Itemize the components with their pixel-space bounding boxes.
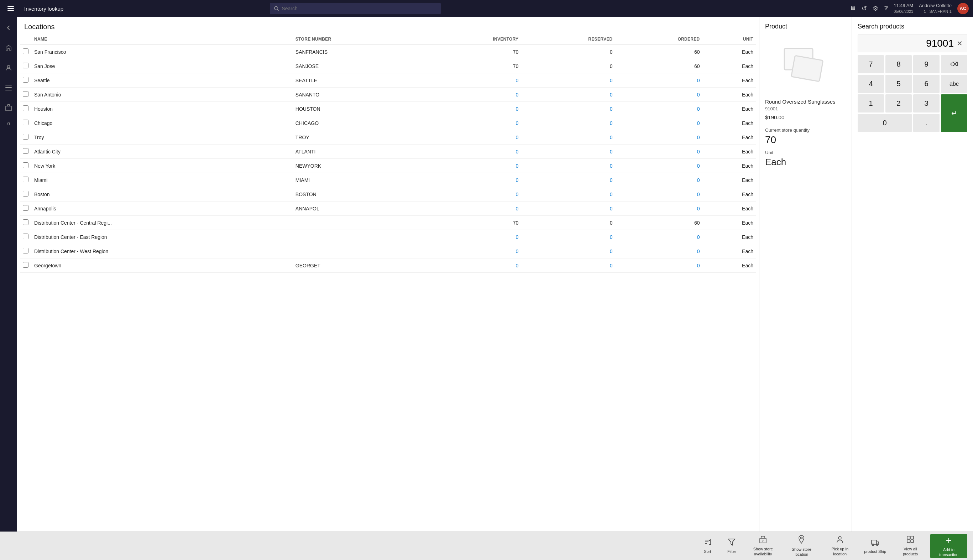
row-checkbox[interactable] xyxy=(23,233,28,239)
row-inventory: 0 xyxy=(423,145,521,159)
search-input[interactable] xyxy=(282,6,437,12)
row-checkbox-cell[interactable] xyxy=(20,130,31,145)
calc-3[interactable]: 3 xyxy=(913,94,940,112)
row-checkbox[interactable] xyxy=(23,248,28,253)
row-checkbox-cell[interactable] xyxy=(20,244,31,258)
ship-label: product Ship xyxy=(864,549,886,554)
filter-icon xyxy=(728,538,736,548)
row-checkbox[interactable] xyxy=(23,191,28,197)
row-name: Houston xyxy=(31,102,293,116)
sidebar-customers-icon[interactable] xyxy=(2,61,15,74)
product-image xyxy=(765,36,846,93)
calc-9[interactable]: 9 xyxy=(913,55,940,73)
svg-point-20 xyxy=(801,537,803,539)
row-checkbox-cell[interactable] xyxy=(20,159,31,173)
topbar-right: 🖥 ↺ ⚙ ? 11:49 AM 05/06/2021 Andrew Colle… xyxy=(850,2,969,15)
row-checkbox-cell[interactable] xyxy=(20,116,31,130)
calc-dot[interactable]: . xyxy=(913,114,940,132)
row-store-number xyxy=(293,244,423,258)
filter-label: Filter xyxy=(727,549,736,554)
help-icon[interactable]: ? xyxy=(884,5,888,12)
calc-4[interactable]: 4 xyxy=(858,75,884,93)
row-unit: Each xyxy=(703,73,756,88)
calc-clear-icon[interactable]: ✕ xyxy=(956,39,963,48)
calc-abc[interactable]: abc xyxy=(941,75,967,93)
sidebar-badge[interactable]: 0 xyxy=(7,121,10,127)
row-reserved: 0 xyxy=(521,102,615,116)
row-checkbox-cell[interactable] xyxy=(20,59,31,73)
show-store-availability-button[interactable]: Show store availability xyxy=(745,534,781,558)
row-checkbox[interactable] xyxy=(23,105,28,111)
calc-6[interactable]: 6 xyxy=(913,75,940,93)
add-to-transaction-button[interactable]: + Add to transaction xyxy=(930,534,967,558)
row-checkbox-cell[interactable] xyxy=(20,187,31,202)
calc-5[interactable]: 5 xyxy=(885,75,912,93)
sidebar: 0 xyxy=(0,17,17,532)
search-icon xyxy=(274,6,279,11)
sidebar-back-icon[interactable] xyxy=(2,22,15,34)
calc-1[interactable]: 1 xyxy=(858,94,884,112)
row-checkbox-cell[interactable] xyxy=(20,216,31,230)
calc-enter[interactable]: ↵ xyxy=(941,94,967,132)
calc-0[interactable]: 0 xyxy=(858,114,912,132)
row-store-number: CHICAGO xyxy=(293,116,423,130)
calc-8[interactable]: 8 xyxy=(885,55,912,73)
calc-7[interactable]: 7 xyxy=(858,55,884,73)
row-checkbox-cell[interactable] xyxy=(20,88,31,102)
row-unit: Each xyxy=(703,116,756,130)
row-checkbox[interactable] xyxy=(23,120,28,125)
locations-panel: Locations NAME STORE NUMBER INVENTORY RE… xyxy=(17,17,760,532)
row-checkbox[interactable] xyxy=(23,205,28,211)
refresh-icon[interactable]: ↺ xyxy=(861,5,867,12)
row-checkbox-cell[interactable] xyxy=(20,173,31,187)
row-reserved: 0 xyxy=(521,145,615,159)
row-checkbox[interactable] xyxy=(23,177,28,182)
sidebar-home-icon[interactable] xyxy=(2,41,15,54)
main-layout: 0 Locations NAME STORE NUMBER INVENTORY … xyxy=(0,17,973,532)
view-all-button[interactable]: View all products xyxy=(892,534,929,558)
svg-line-4 xyxy=(278,10,279,11)
row-checkbox-cell[interactable] xyxy=(20,202,31,216)
calc-del[interactable]: ⌫ xyxy=(941,55,967,73)
calculator-panel: Search products 91001 ✕ 7 8 9 ⌫ 4 5 6 ab… xyxy=(852,17,973,532)
product-unit-label: Unit xyxy=(765,150,846,155)
row-checkbox[interactable] xyxy=(23,219,28,225)
calc-2[interactable]: 2 xyxy=(885,94,912,112)
filter-button[interactable]: Filter xyxy=(720,534,743,558)
svg-rect-8 xyxy=(5,90,12,90)
row-checkbox[interactable] xyxy=(23,148,28,154)
svg-rect-25 xyxy=(907,536,910,539)
ship-button[interactable]: product Ship xyxy=(860,534,890,558)
svg-rect-28 xyxy=(911,540,913,543)
row-checkbox[interactable] xyxy=(23,162,28,168)
row-checkbox[interactable] xyxy=(23,48,28,54)
row-checkbox[interactable] xyxy=(23,91,28,97)
row-reserved: 0 xyxy=(521,88,615,102)
row-checkbox-cell[interactable] xyxy=(20,73,31,88)
row-inventory: 0 xyxy=(423,173,521,187)
monitor-icon[interactable]: 🖥 xyxy=(850,5,856,12)
row-unit: Each xyxy=(703,88,756,102)
sidebar-bag-icon[interactable] xyxy=(2,101,15,114)
row-checkbox[interactable] xyxy=(23,134,28,140)
row-checkbox-cell[interactable] xyxy=(20,258,31,273)
row-checkbox-cell[interactable] xyxy=(20,230,31,244)
sort-button[interactable]: Sort xyxy=(696,534,719,558)
topbar: Inventory lookup 🖥 ↺ ⚙ ? 11:49 AM 05/06/… xyxy=(0,0,973,17)
row-checkbox-cell[interactable] xyxy=(20,102,31,116)
menu-icon[interactable] xyxy=(4,2,17,15)
row-store-number xyxy=(293,216,423,230)
avatar[interactable]: AC xyxy=(957,3,969,14)
settings-icon[interactable]: ⚙ xyxy=(873,5,878,12)
row-checkbox-cell[interactable] xyxy=(20,145,31,159)
row-checkbox[interactable] xyxy=(23,63,28,68)
pick-up-button[interactable]: Pick up in location xyxy=(821,534,858,558)
locations-table-wrap[interactable]: NAME STORE NUMBER INVENTORY RESERVED ORD… xyxy=(17,34,759,532)
show-store-location-button[interactable]: Show store location xyxy=(783,534,820,558)
row-checkbox[interactable] xyxy=(23,77,28,83)
row-inventory: 0 xyxy=(423,88,521,102)
search-bar[interactable] xyxy=(270,3,441,14)
sidebar-list-icon[interactable] xyxy=(2,81,15,94)
row-checkbox-cell[interactable] xyxy=(20,45,31,59)
row-checkbox[interactable] xyxy=(23,262,28,268)
